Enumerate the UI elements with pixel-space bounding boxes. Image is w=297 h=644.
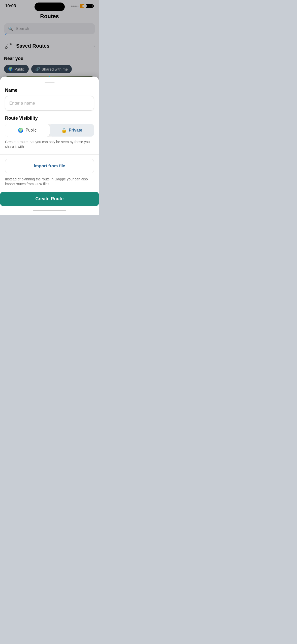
globe-visibility-icon: 🌍 [18,127,23,133]
divider [0,154,99,155]
private-option[interactable]: 🔒 Private [50,124,94,137]
name-placeholder: Enter a name [9,101,35,106]
bottom-sheet: Name Enter a name Route Visibility 🌍 Pub… [0,77,99,215]
public-option-label: Public [25,128,37,133]
sheet-handle [45,82,55,83]
home-bar [33,210,66,211]
import-description: Instead of planning the route in Gaggle … [5,177,94,187]
visibility-description: Create a route that you can only be seen… [5,140,94,149]
public-option[interactable]: 🌍 Public [5,124,50,137]
import-from-file-button[interactable]: Import from file [5,159,94,173]
name-field-label: Name [5,88,94,93]
name-input[interactable]: Enter a name [5,96,94,111]
create-route-button[interactable]: Create Route [0,192,99,206]
lock-icon: 🔒 [61,127,67,133]
create-route-label: Create Route [35,196,63,201]
visibility-toggle: 🌍 Public 🔒 Private [5,124,94,137]
private-option-label: Private [69,128,82,133]
home-indicator [5,206,94,215]
import-label: Import from file [34,164,65,168]
visibility-label: Route Visibility [5,116,94,121]
